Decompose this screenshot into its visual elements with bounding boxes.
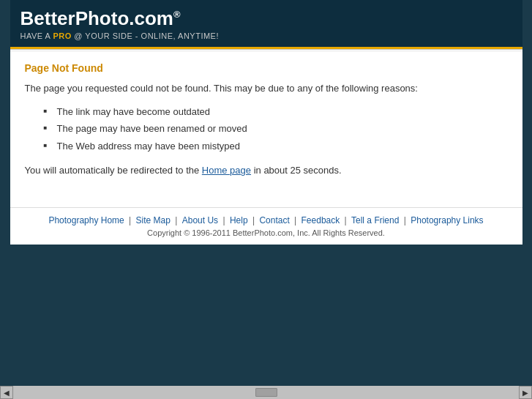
separator: |	[127, 215, 134, 225]
separator: |	[250, 215, 258, 225]
separator: |	[292, 215, 299, 225]
footer-link-help[interactable]: Help	[230, 215, 248, 225]
footer-link-tell-a-friend[interactable]: Tell a Friend	[351, 215, 399, 225]
page-title: Page Not Found	[25, 62, 508, 74]
logo-text: BetterPhoto.com®	[20, 7, 512, 30]
footer-link-feedback[interactable]: Feedback	[301, 215, 340, 225]
separator: |	[173, 215, 180, 225]
reason-item: The link may have become outdated	[47, 105, 508, 119]
error-description: The page you requested could not be foun…	[25, 81, 508, 96]
footer-link-contact[interactable]: Contact	[259, 215, 289, 225]
separator: |	[401, 215, 408, 225]
site-logo: BetterPhoto.com® HAVE A PRO @ YOUR SIDE …	[20, 7, 512, 41]
registered-symbol: ®	[173, 9, 181, 20]
site-header: BetterPhoto.com® HAVE A PRO @ YOUR SIDE …	[10, 0, 522, 49]
reason-item: The page may have been renamed or moved	[47, 122, 508, 136]
footer-link-photography-links[interactable]: Photography Links	[411, 215, 483, 225]
footer-link-about-us[interactable]: About Us	[182, 215, 218, 225]
reasons-list: The link may have become outdated The pa…	[47, 105, 508, 154]
footer-link-photography-home[interactable]: Photography Home	[48, 215, 124, 225]
footer-nav: Photography Home | Site Map | About Us |…	[10, 207, 522, 228]
reason-item: The Web address may have been mistyped	[47, 139, 508, 154]
redirect-message: You will automatically be redirected to …	[25, 163, 508, 178]
redirect-suffix: in about 25 seconds.	[251, 165, 342, 176]
footer-link-site-map[interactable]: Site Map	[136, 215, 171, 225]
pro-text: PRO	[53, 31, 71, 40]
logo-tagline: HAVE A PRO @ YOUR SIDE - ONLINE, ANYTIME…	[20, 31, 512, 41]
separator: |	[220, 215, 228, 225]
footer-copyright: Copyright © 1996-2011 BetterPhoto.com, I…	[10, 228, 522, 245]
redirect-prefix: You will automatically be redirected to …	[25, 165, 202, 176]
page-wrapper: BetterPhoto.com® HAVE A PRO @ YOUR SIDE …	[10, 0, 522, 245]
separator: |	[342, 215, 349, 225]
main-content: Page Not Found The page you requested co…	[10, 52, 522, 207]
home-page-link[interactable]: Home page	[202, 165, 251, 176]
